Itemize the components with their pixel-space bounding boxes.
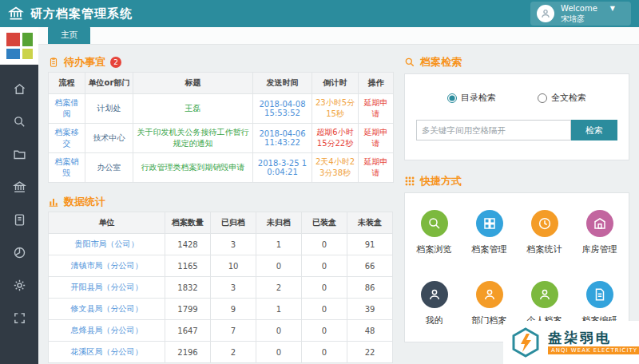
stats-panel-header: 数据统计: [48, 192, 393, 212]
app-title: 研方档案管理系统: [30, 6, 133, 22]
chevron-down-icon: ▼: [610, 3, 615, 14]
stats-column-header: 已归档: [211, 212, 256, 234]
shortcut-warehouse-manage[interactable]: 库房管理: [572, 196, 627, 267]
todo-send-time: 2018-04-08 15:53:52: [253, 94, 312, 124]
stats-row: 修文县局（分公司）179991039: [49, 299, 393, 320]
stats-column-header: 未装盒: [347, 212, 393, 234]
sidebar-item-expand[interactable]: [0, 302, 38, 334]
pie-icon: [13, 246, 26, 259]
search-button[interactable]: 检索: [571, 120, 617, 140]
search-title: 档案检索: [420, 55, 462, 69]
todo-row: 档案借阅计划处王磊2018-04-08 15:53:5223小时5分15秒延期申…: [49, 94, 394, 124]
sidebar-item-bank[interactable]: [0, 171, 38, 204]
user-menu[interactable]: Welcome ▼ 宋培彦: [530, 2, 631, 26]
todo-process-link[interactable]: 档案移交: [49, 124, 85, 153]
stats-value: 0: [256, 342, 302, 363]
todo-delay-request-link[interactable]: 延期申请: [359, 153, 394, 183]
radio-fulltext-input[interactable]: [538, 93, 547, 103]
todo-title-link[interactable]: 王磊: [133, 94, 253, 124]
todo-panel-header: 待办事宜 2: [48, 53, 393, 72]
user-text: Welcome ▼ 宋培彦: [561, 3, 615, 24]
stats-value: 1647: [165, 320, 211, 342]
shortcut-archive-browse[interactable]: 档案浏览: [407, 196, 462, 267]
magnifier-icon: [421, 210, 448, 237]
sidebar-item-gear[interactable]: [0, 269, 38, 302]
search-panel-icon: [404, 57, 415, 68]
todo-table-head: 流程单位or部门标题发送时间倒计时操作: [49, 73, 394, 94]
todo-send-time: 2018-3-25 10:04:21: [253, 153, 312, 183]
todo-column-header: 单位or部门: [85, 73, 133, 94]
tab-home[interactable]: 主页: [48, 26, 90, 44]
search-mode-row: 目录检索 全文检索: [416, 92, 617, 104]
tab-bar: 主页: [38, 27, 639, 45]
brand: 研方档案管理系统: [8, 6, 133, 22]
stats-column-header: 已装盒: [302, 212, 347, 234]
stats-value: 66: [347, 255, 393, 277]
stats-value: 86: [347, 277, 393, 299]
todo-delay-request-link[interactable]: 延期申请: [359, 94, 394, 124]
search-icon: [13, 115, 26, 129]
todo-row: 档案销毁办公室行政管理类档案到期销毁申请2018-3-25 10:04:212天…: [49, 153, 394, 183]
shortcuts-title: 快捷方式: [420, 174, 462, 188]
todo-table: 流程单位or部门标题发送时间倒计时操作 档案借阅计划处王磊2018-04-08 …: [48, 72, 394, 183]
stats-table-body: 贵阳市局（公司）142831091清镇市局（分公司）1165100066开阳县局…: [49, 234, 393, 363]
stats-unit-link[interactable]: 息烽县局（分公司）: [49, 320, 165, 342]
shortcut-archive-manage[interactable]: 档案管理: [462, 196, 517, 267]
sidebar-item-search[interactable]: [0, 105, 38, 138]
stats-value: 2: [256, 277, 302, 299]
stats-value: 0: [302, 342, 347, 363]
header: 研方档案管理系统 Welcome ▼ 宋培彦: [0, 0, 639, 27]
stats-value: 1: [256, 234, 302, 255]
person-icon: [476, 281, 503, 308]
stats-column-header: 档案数量: [165, 212, 211, 234]
stats-value: 1832: [165, 277, 211, 299]
shortcuts-grid: 档案浏览档案管理档案统计库房管理我的部门档案个人档案档案编研: [404, 192, 629, 342]
logo-square-red: [6, 33, 20, 46]
radio-catalog-input[interactable]: [447, 93, 457, 103]
stats-row: 清镇市局（分公司）1165100066: [49, 255, 393, 277]
sidebar-item-pie[interactable]: [0, 236, 38, 269]
stats-unit-link[interactable]: 贵阳市局（公司）: [49, 234, 165, 255]
sidebar-item-home[interactable]: [0, 73, 38, 105]
clock-icon: [531, 210, 558, 237]
todo-send-time: 2018-04-06 11:43:22: [253, 124, 312, 153]
bar-chart-icon: [48, 196, 59, 208]
home-icon: [13, 82, 26, 96]
stats-value: 91: [347, 234, 393, 255]
search-input[interactable]: [416, 120, 571, 140]
stats-value: 0: [302, 299, 347, 320]
stats-unit-link[interactable]: 修文县局（分公司）: [49, 299, 165, 320]
stats-value: 0: [302, 320, 347, 342]
todo-process-link[interactable]: 档案销毁: [49, 153, 85, 183]
shortcut-archive-stats[interactable]: 档案统计: [517, 196, 572, 267]
stats-unit-link[interactable]: 开阳县局（分公司）: [49, 277, 165, 299]
todo-title-link[interactable]: 关于印发机关公务接待工作暂行规定的通知: [133, 124, 253, 153]
search-row: 检索: [416, 120, 617, 140]
grid-dots-icon: [404, 176, 415, 187]
todo-process-link[interactable]: 档案借阅: [49, 94, 85, 124]
sidebar-item-folder[interactable]: [0, 138, 38, 171]
todo-column-header: 流程: [49, 73, 85, 94]
stats-value: 10: [211, 255, 256, 277]
bank-logo-icon: [8, 6, 24, 22]
radio-fulltext-search[interactable]: 全文检索: [538, 92, 586, 104]
stats-value: 3: [211, 277, 256, 299]
stats-value: 48: [347, 320, 393, 342]
stats-value: 0: [302, 277, 347, 299]
gear-icon: [13, 279, 26, 292]
stats-value: 1: [256, 299, 302, 320]
stats-unit-link[interactable]: 清镇市局（分公司）: [49, 255, 165, 277]
sidebar-item-book[interactable]: [0, 204, 38, 236]
stats-title: 数据统计: [64, 195, 105, 209]
stats-unit-link[interactable]: 花溪区局（分公司）: [49, 342, 165, 363]
todo-title-link[interactable]: 行政管理类档案到期销毁申请: [133, 153, 253, 183]
radio-catalog-search[interactable]: 目录检索: [447, 92, 496, 104]
todo-delay-request-link[interactable]: 延期申请: [359, 124, 394, 153]
search-panel-header: 档案检索: [404, 53, 629, 72]
shortcut-my[interactable]: 我的: [407, 267, 462, 338]
welcome-label: Welcome: [561, 3, 597, 14]
watermark-en: ANQI WEAK ELECTRICITY: [548, 346, 639, 354]
todo-countdown: 23小时5分15秒: [312, 94, 359, 124]
stats-value: 0: [302, 234, 347, 255]
doc-icon: [586, 281, 613, 308]
